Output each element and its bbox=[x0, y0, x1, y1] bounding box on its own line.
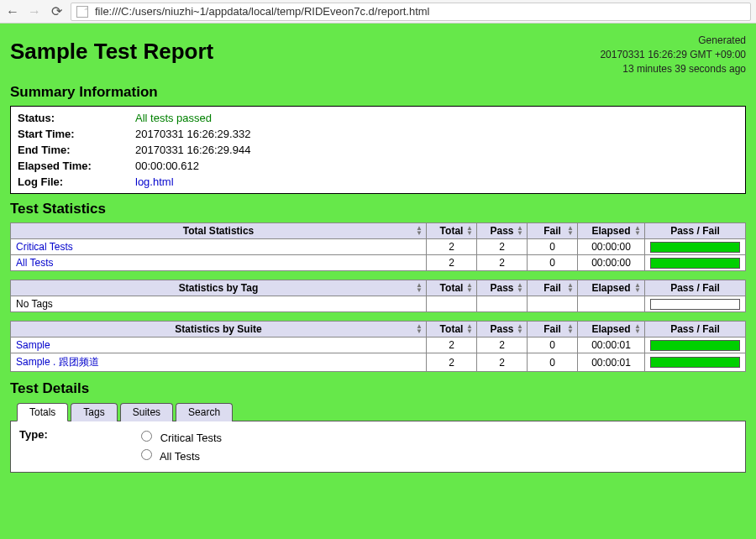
th-elapsed[interactable]: Elapsed▲▼ bbox=[578, 322, 645, 338]
url-input[interactable] bbox=[93, 4, 745, 18]
th-pass[interactable]: Pass▲▼ bbox=[477, 223, 528, 239]
tab-totals[interactable]: Totals bbox=[17, 403, 68, 421]
log-file-label: Log File: bbox=[18, 175, 135, 188]
generated-ago: 13 minutes 39 seconds ago bbox=[600, 62, 746, 76]
passfail-bar bbox=[650, 357, 740, 368]
tab-tags[interactable]: Tags bbox=[71, 403, 117, 421]
radio-critical-tests[interactable]: Critical Tests bbox=[137, 428, 222, 444]
th-stats-by-suite[interactable]: Statistics by Suite▲▼ bbox=[11, 322, 427, 338]
tab-search[interactable]: Search bbox=[176, 403, 233, 421]
sort-icon: ▲▼ bbox=[466, 226, 473, 236]
report-title: Sample Test Report bbox=[10, 39, 213, 65]
tag-stats-table: Statistics by Tag▲▼ Total▲▼ Pass▲▼ Fail▲… bbox=[10, 280, 746, 312]
page-icon bbox=[76, 6, 88, 18]
sort-icon: ▲▼ bbox=[567, 226, 574, 236]
sort-icon: ▲▼ bbox=[517, 226, 523, 236]
forward-button[interactable]: → bbox=[27, 4, 42, 19]
type-label: Type: bbox=[19, 428, 137, 441]
stat-pass: 2 bbox=[477, 239, 528, 255]
end-time-value: 20170331 16:26:29.944 bbox=[135, 144, 250, 156]
th-elapsed[interactable]: Elapsed▲▼ bbox=[578, 223, 645, 239]
stat-total: 2 bbox=[427, 353, 477, 372]
th-fail[interactable]: Fail▲▼ bbox=[528, 280, 578, 296]
table-row: Sample . 跟团频道 2 2 0 00:00:01 bbox=[11, 353, 746, 372]
passfail-bar bbox=[650, 258, 740, 269]
th-total-statistics[interactable]: Total Statistics▲▼ bbox=[11, 223, 427, 239]
th-fail[interactable]: Fail▲▼ bbox=[528, 322, 578, 338]
radio-all-input[interactable] bbox=[141, 449, 152, 460]
th-pass[interactable]: Pass▲▼ bbox=[477, 280, 528, 296]
elapsed-time-label: Elapsed Time: bbox=[18, 160, 135, 172]
totals-panel: Type: Critical Tests All Tests bbox=[10, 421, 746, 473]
status-label: Status: bbox=[18, 112, 135, 124]
sort-icon: ▲▼ bbox=[466, 283, 473, 293]
report-page: Sample Test Report Generated 20170331 16… bbox=[0, 24, 756, 539]
th-total[interactable]: Total▲▼ bbox=[427, 322, 477, 338]
generated-info: Generated 20170331 16:26:29 GMT +09:00 1… bbox=[600, 34, 746, 76]
tab-suites[interactable]: Suites bbox=[120, 403, 173, 421]
stat-name-link[interactable]: Critical Tests bbox=[11, 239, 427, 255]
status-value: All tests passed bbox=[135, 112, 212, 124]
sort-icon: ▲▼ bbox=[567, 283, 574, 293]
stat-elapsed: 00:00:00 bbox=[578, 255, 645, 271]
suite-name-link[interactable]: Sample bbox=[11, 338, 427, 353]
stat-total: 2 bbox=[427, 255, 477, 271]
start-time-label: Start Time: bbox=[18, 128, 135, 140]
stat-pass: 2 bbox=[477, 353, 528, 372]
stat-fail: 0 bbox=[528, 255, 578, 271]
sort-icon: ▲▼ bbox=[634, 324, 641, 334]
th-passfail: Pass / Fail bbox=[645, 280, 746, 296]
no-tags-cell: No Tags bbox=[11, 296, 427, 312]
stat-elapsed: 00:00:01 bbox=[578, 338, 645, 353]
sort-icon: ▲▼ bbox=[567, 324, 574, 334]
radio-all-tests[interactable]: All Tests bbox=[137, 447, 222, 463]
sort-icon: ▲▼ bbox=[416, 226, 423, 236]
end-time-label: End Time: bbox=[18, 144, 135, 156]
suite-name-link[interactable]: Sample . 跟团频道 bbox=[11, 353, 427, 372]
th-passfail: Pass / Fail bbox=[645, 223, 746, 239]
stat-elapsed: 00:00:00 bbox=[578, 239, 645, 255]
th-total[interactable]: Total▲▼ bbox=[427, 223, 477, 239]
summary-panel: Status: All tests passed Start Time: 201… bbox=[10, 106, 746, 194]
suite-stats-table: Statistics by Suite▲▼ Total▲▼ Pass▲▼ Fai… bbox=[10, 321, 746, 372]
stat-pass: 2 bbox=[477, 338, 528, 353]
passfail-bar-empty bbox=[650, 299, 740, 310]
reload-button[interactable]: ⟳ bbox=[49, 4, 64, 19]
log-file-link[interactable]: log.html bbox=[135, 175, 174, 188]
back-button[interactable]: ← bbox=[5, 4, 20, 19]
stat-elapsed: 00:00:01 bbox=[578, 353, 645, 372]
total-stats-table: Total Statistics▲▼ Total▲▼ Pass▲▼ Fail▲▼… bbox=[10, 222, 746, 271]
stats-heading: Test Statistics bbox=[10, 201, 746, 217]
th-total[interactable]: Total▲▼ bbox=[427, 280, 477, 296]
stat-name-link[interactable]: All Tests bbox=[11, 255, 427, 271]
table-row: Critical Tests 2 2 0 00:00:00 bbox=[11, 239, 746, 255]
sort-icon: ▲▼ bbox=[416, 324, 423, 334]
th-stats-by-tag[interactable]: Statistics by Tag▲▼ bbox=[11, 280, 427, 296]
sort-icon: ▲▼ bbox=[416, 283, 423, 293]
stat-total: 2 bbox=[427, 239, 477, 255]
sort-icon: ▲▼ bbox=[634, 226, 641, 236]
table-row: No Tags bbox=[11, 296, 746, 312]
radio-critical-input[interactable] bbox=[141, 431, 152, 442]
stat-fail: 0 bbox=[528, 353, 578, 372]
url-bar[interactable] bbox=[71, 3, 751, 21]
stat-total: 2 bbox=[427, 338, 477, 353]
stat-fail: 0 bbox=[528, 338, 578, 353]
th-elapsed[interactable]: Elapsed▲▼ bbox=[578, 280, 645, 296]
summary-heading: Summary Information bbox=[10, 84, 746, 101]
sort-icon: ▲▼ bbox=[466, 324, 473, 334]
stat-fail: 0 bbox=[528, 239, 578, 255]
generated-label: Generated bbox=[600, 34, 746, 48]
sort-icon: ▲▼ bbox=[634, 283, 641, 293]
sort-icon: ▲▼ bbox=[517, 283, 523, 293]
start-time-value: 20170331 16:26:29.332 bbox=[135, 128, 250, 140]
passfail-bar bbox=[650, 340, 740, 351]
th-fail[interactable]: Fail▲▼ bbox=[528, 223, 578, 239]
details-heading: Test Details bbox=[10, 380, 746, 397]
generated-timestamp: 20170331 16:26:29 GMT +09:00 bbox=[600, 48, 746, 62]
passfail-bar bbox=[650, 242, 740, 253]
elapsed-time-value: 00:00:00.612 bbox=[135, 160, 199, 172]
th-pass[interactable]: Pass▲▼ bbox=[477, 322, 528, 338]
browser-chrome: ← → ⟳ bbox=[0, 0, 756, 24]
table-row: Sample 2 2 0 00:00:01 bbox=[11, 338, 746, 353]
